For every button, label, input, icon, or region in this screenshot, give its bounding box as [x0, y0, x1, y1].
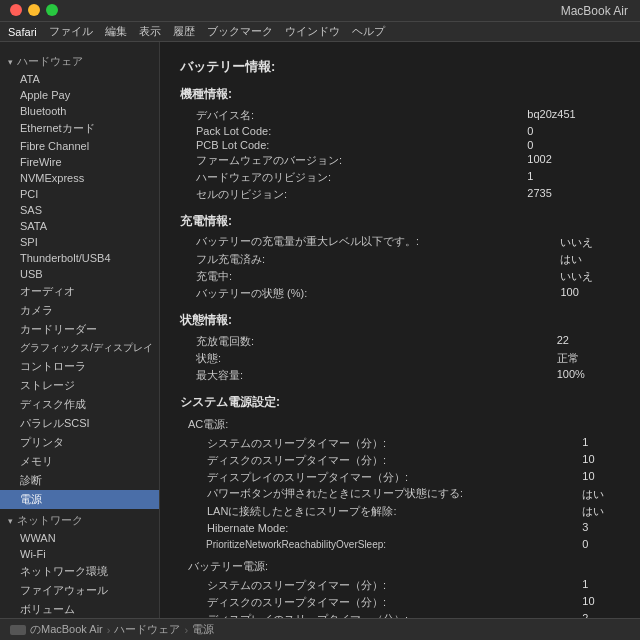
sidebar-item-apple-pay[interactable]: Apple Pay: [0, 87, 159, 103]
table-row: バッテリーの充電量が重大レベル以下です。: いいえ: [180, 234, 620, 251]
table-row: LANに接続したときにスリープを解除: はい: [180, 503, 620, 520]
sidebar-item-printer[interactable]: プリンタ: [0, 433, 159, 452]
close-button[interactable]: [10, 4, 22, 16]
table-row: システムのスリープタイマー（分）: 1: [180, 577, 620, 594]
table-row: Pack Lot Code: 0: [180, 124, 620, 138]
sidebar-item-graphics[interactable]: グラフィックス/ディスプレイ: [0, 339, 159, 357]
table-row: ファームウェアのバージョン: 1002: [180, 152, 620, 169]
window-title: MacBook Air: [561, 4, 628, 18]
main-container: ▾ ハードウェア ATA Apple Pay Bluetooth Etherne…: [0, 42, 640, 618]
section-power-settings: システム電源設定:: [180, 394, 620, 411]
battery-power-table: システムのスリープタイマー（分）: 1 ディスクのスリープタイマー（分）: 10…: [180, 577, 620, 618]
title-bar: MacBook Air: [0, 0, 640, 22]
table-row: ディスクのスリープタイマー（分）: 10: [180, 452, 620, 469]
sidebar-item-cardreader[interactable]: カードリーダー: [0, 320, 159, 339]
bottom-bar: のMacBook Air › ハードウェア › 電源: [0, 618, 640, 640]
table-row: 状態: 正常: [180, 350, 620, 367]
table-row: バッテリーの状態 (%): 100: [180, 285, 620, 302]
sidebar-item-diagnostics[interactable]: 診断: [0, 471, 159, 490]
laptop-icon: [10, 625, 26, 635]
sidebar-item-sas[interactable]: SAS: [0, 202, 159, 218]
sidebar-item-camera[interactable]: カメラ: [0, 301, 159, 320]
sidebar-item-controller[interactable]: コントローラ: [0, 357, 159, 376]
menu-bookmarks[interactable]: ブックマーク: [207, 24, 273, 39]
main-title: バッテリー情報:: [180, 58, 620, 76]
device-info-table: デバイス名: bq20z451 Pack Lot Code: 0 PCB Lot…: [180, 107, 620, 203]
sidebar-item-wifi[interactable]: Wi-Fi: [0, 546, 159, 562]
table-row: ディスプレイのスリープタイマー（分）: 2: [180, 611, 620, 618]
table-row: Hibernate Mode: 3: [180, 520, 620, 537]
traffic-lights: [10, 4, 58, 16]
sidebar-section-hardware-label: ハードウェア: [17, 54, 83, 69]
sidebar-item-pci[interactable]: PCI: [0, 186, 159, 202]
table-row: ディスクのスリープタイマー（分）: 10: [180, 594, 620, 611]
sidebar-item-volume[interactable]: ボリューム: [0, 600, 159, 618]
sidebar-item-firewall[interactable]: ファイアウォール: [0, 581, 159, 600]
sidebar-item-firewire[interactable]: FireWire: [0, 154, 159, 170]
sidebar-item-memory[interactable]: メモリ: [0, 452, 159, 471]
battery-power-label: バッテリー電源:: [180, 559, 620, 574]
sidebar-item-parallel[interactable]: パラレルSCSI: [0, 414, 159, 433]
menu-file[interactable]: ファイル: [49, 24, 93, 39]
content-area: バッテリー情報: 機種情報: デバイス名: bq20z451 Pack Lot …: [160, 42, 640, 618]
section-status-info: 状態情報:: [180, 312, 620, 329]
table-row: パワーボタンが押されたときにスリープ状態にする: はい: [180, 486, 620, 503]
breadcrumb-separator: ›: [107, 624, 111, 636]
menu-edit[interactable]: 編集: [105, 24, 127, 39]
ac-power-label: AC電源:: [180, 417, 620, 432]
sidebar-section-network[interactable]: ▾ ネットワーク: [0, 509, 159, 530]
sidebar-item-bluetooth[interactable]: Bluetooth: [0, 103, 159, 119]
section-charge-info: 充電情報:: [180, 213, 620, 230]
chevron-down-icon: ▾: [8, 516, 13, 526]
sidebar-item-thunderbolt[interactable]: Thunderbolt/USB4: [0, 250, 159, 266]
sidebar-item-disk[interactable]: ディスク作成: [0, 395, 159, 414]
maximize-button[interactable]: [46, 4, 58, 16]
charge-info-table: バッテリーの充電量が重大レベル以下です。: いいえ フル充電済み: はい 充電中…: [180, 234, 620, 302]
table-row: 最大容量: 100%: [180, 367, 620, 384]
breadcrumb-separator: ›: [184, 624, 188, 636]
table-row: PrioritizeNetworkReachabilityOverSleep: …: [180, 537, 620, 553]
sidebar-section-network-label: ネットワーク: [17, 513, 83, 528]
sidebar-section-hardware[interactable]: ▾ ハードウェア: [0, 50, 159, 71]
sidebar-item-storage[interactable]: ストレージ: [0, 376, 159, 395]
sidebar-item-nvme[interactable]: NVMExpress: [0, 170, 159, 186]
breadcrumb-part2: ハードウェア: [114, 622, 180, 637]
table-row: セルのリビジョン: 2735: [180, 186, 620, 203]
breadcrumb-part1: のMacBook Air: [30, 622, 103, 637]
sidebar-item-spi[interactable]: SPI: [0, 234, 159, 250]
sidebar-item-audio[interactable]: オーディオ: [0, 282, 159, 301]
sidebar-item-usb[interactable]: USB: [0, 266, 159, 282]
menu-history[interactable]: 履歴: [173, 24, 195, 39]
sidebar-item-ethernet[interactable]: Ethernetカード: [0, 119, 159, 138]
sidebar-item-network-env[interactable]: ネットワーク環境: [0, 562, 159, 581]
menu-safari[interactable]: Safari: [8, 26, 37, 38]
sidebar-item-fibre[interactable]: Fibre Channel: [0, 138, 159, 154]
section-device-info: 機種情報:: [180, 86, 620, 103]
menu-bar: Safari ファイル 編集 表示 履歴 ブックマーク ウインドウ ヘルプ: [0, 22, 640, 42]
table-row: PCB Lot Code: 0: [180, 138, 620, 152]
table-row: フル充電済み: はい: [180, 251, 620, 268]
chevron-down-icon: ▾: [8, 57, 13, 67]
table-row: ディスプレイのスリープタイマー（分）: 10: [180, 469, 620, 486]
breadcrumb-part3: 電源: [192, 622, 214, 637]
table-row: 充放電回数: 22: [180, 333, 620, 350]
sidebar-item-sata[interactable]: SATA: [0, 218, 159, 234]
ac-power-table: システムのスリープタイマー（分）: 1 ディスクのスリープタイマー（分）: 10…: [180, 435, 620, 553]
menu-help[interactable]: ヘルプ: [352, 24, 385, 39]
sidebar-item-wwan[interactable]: WWAN: [0, 530, 159, 546]
table-row: システムのスリープタイマー（分）: 1: [180, 435, 620, 452]
table-row: デバイス名: bq20z451: [180, 107, 620, 124]
status-info-table: 充放電回数: 22 状態: 正常 最大容量: 100%: [180, 333, 620, 384]
menu-window[interactable]: ウインドウ: [285, 24, 340, 39]
sidebar-item[interactable]: ATA: [0, 71, 159, 87]
sidebar: ▾ ハードウェア ATA Apple Pay Bluetooth Etherne…: [0, 42, 160, 618]
menu-view[interactable]: 表示: [139, 24, 161, 39]
table-row: ハードウェアのリビジョン: 1: [180, 169, 620, 186]
sidebar-item-power[interactable]: 電源: [0, 490, 159, 509]
minimize-button[interactable]: [28, 4, 40, 16]
table-row: 充電中: いいえ: [180, 268, 620, 285]
